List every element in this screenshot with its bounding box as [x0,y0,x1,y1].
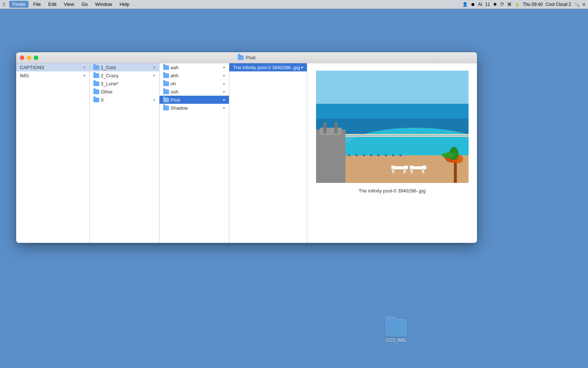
col3-item-oh[interactable]: oh ► [159,79,229,88]
shadow-label: Shadow [171,105,188,111]
svg-rect-25 [404,168,406,173]
pool-chevron: ► [223,98,226,102]
col1-item-captions[interactable]: CAPTIONS ► [16,63,89,71]
preview-filename: The infinity pool-0 3940296-.jpg [359,188,426,194]
record-icon[interactable]: ⏺ [471,2,475,7]
menu-go[interactable]: Go [79,1,91,8]
menu-list-icon[interactable]: ≡ [582,2,585,7]
svg-rect-19 [323,122,326,133]
infinity-pool-chevron: ► [301,66,304,69]
col3-item-ooh[interactable]: ooh ► [159,88,229,96]
svg-point-41 [385,154,387,156]
folder-icon-aah [163,65,169,70]
svg-point-38 [363,154,365,156]
column-2: 1_Cool ► 2_Crazy ► 3_Lone* [90,63,159,243]
svg-point-42 [392,154,394,156]
menubar-items: Finder File Edit View Go Window Help [9,1,462,8]
preview-image-container [316,71,469,183]
folder-icon-other [93,89,99,94]
col1-item-img[interactable]: IMG ► [16,71,89,79]
window-title: Pool [246,55,255,60]
svg-rect-20 [334,122,337,133]
desktop-folder-icon [386,319,406,336]
col2-item-1cool[interactable]: 1_Cool ► [90,63,159,71]
col2-item-other[interactable]: Other [90,88,159,96]
menu-window[interactable]: Window [92,1,115,8]
svg-point-43 [399,154,402,156]
col3-item-pool[interactable]: Pool ► [159,96,229,104]
svg-rect-24 [392,168,394,173]
shadow-chevron: ► [223,106,226,110]
svg-point-35 [442,152,455,158]
col2-item-x[interactable]: X ► [90,96,159,104]
folder-icon-pool [163,98,169,102]
battery-icon[interactable]: 🔋 [514,2,520,7]
column-3: aah ► ahh ► oh ► [159,63,229,243]
col2-item-3lone[interactable]: 3_Lone* [90,79,159,88]
ai-label: AI [478,2,482,7]
oh-label: oh [171,81,176,86]
svg-rect-23 [404,166,408,167]
datetime: Thu 09:40 [523,2,543,7]
content-area: CAPTIONS ► IMG ► 1_Cool [16,63,477,243]
img-chevron: ► [83,74,86,77]
x-chevron: ► [153,98,156,102]
column-4: The infinity pool-0 3940296-.jpg ► [229,63,307,243]
desktop: Pool CAPTIONS ► IMG ► [0,9,588,368]
svg-rect-18 [320,128,342,135]
folder-icon-1cool [93,65,99,70]
title-bar: Pool [16,52,477,63]
search-icon[interactable]: 🔍 [574,2,580,7]
pool-image-svg [316,71,469,183]
menu-file[interactable]: File [30,1,44,8]
ai-version: 11 [485,2,490,7]
img-label: IMG [20,73,29,78]
2crazy-chevron: ► [153,74,156,77]
folder-icon-oh [163,81,169,86]
apple-menu[interactable]:  [3,1,5,7]
close-button[interactable] [20,56,24,60]
minimize-button[interactable] [27,56,31,60]
desktop-folder-label: CC2_IMG [386,338,406,343]
pool-label: Pool [171,97,180,103]
menu-edit[interactable]: Edit [45,1,59,8]
menubar:  Finder File Edit View Go Window Help 👤… [0,0,588,9]
wifi-icon[interactable]: ⌘ [507,2,512,7]
menu-finder[interactable]: Finder [9,1,29,8]
col4-item-infinity-pool[interactable]: The infinity pool-0 3940296-.jpg ► [229,63,307,71]
folder-icon-3lone [93,81,99,86]
svg-rect-30 [422,168,424,173]
3lone-label: 3_Lone* [101,81,118,86]
captions-chevron: ► [83,66,86,69]
svg-rect-28 [423,166,426,167]
folder-icon-x [93,98,99,102]
ahh-label: ahh [171,73,179,78]
captions-label: CAPTIONS [20,65,44,70]
col3-item-shadow[interactable]: Shadow ► [159,104,229,112]
folder-icon-ooh [163,89,169,94]
desktop-folder-cc2img[interactable]: CC2_IMG [381,319,411,343]
col3-item-ahh[interactable]: ahh ► [159,71,229,79]
col3-item-aah[interactable]: aah ► [159,63,229,71]
user-icon[interactable]: 👤 [462,2,468,7]
svg-rect-17 [316,130,345,183]
maximize-button[interactable] [34,56,38,60]
x-label: X [101,97,104,103]
preview-column: The infinity pool-0 3940296-.jpg [307,63,477,243]
bluetooth-icon[interactable]: ✱ [493,2,497,7]
title-folder-icon [238,55,244,60]
ooh-chevron: ► [223,90,226,93]
svg-rect-29 [410,168,413,173]
time-machine-icon[interactable]: ⏱ [500,2,504,7]
menu-help[interactable]: Help [116,1,132,8]
svg-rect-22 [391,166,395,167]
menu-view[interactable]: View [61,1,77,8]
menubar-right: 👤 ⏺ AI 11 ✱ ⏱ ⌘ 🔋 Thu 09:40 Cool Cloud 2… [462,2,585,7]
window-controls [20,56,38,60]
col2-item-2crazy[interactable]: 2_Crazy ► [90,71,159,79]
ooh-label: ooh [171,89,179,95]
folder-icon-2crazy [93,73,99,78]
1cool-label: 1_Cool [101,65,116,70]
2crazy-label: 2_Crazy [101,73,118,78]
infinity-pool-label: The infinity pool-0 3940296-.jpg [233,65,300,70]
